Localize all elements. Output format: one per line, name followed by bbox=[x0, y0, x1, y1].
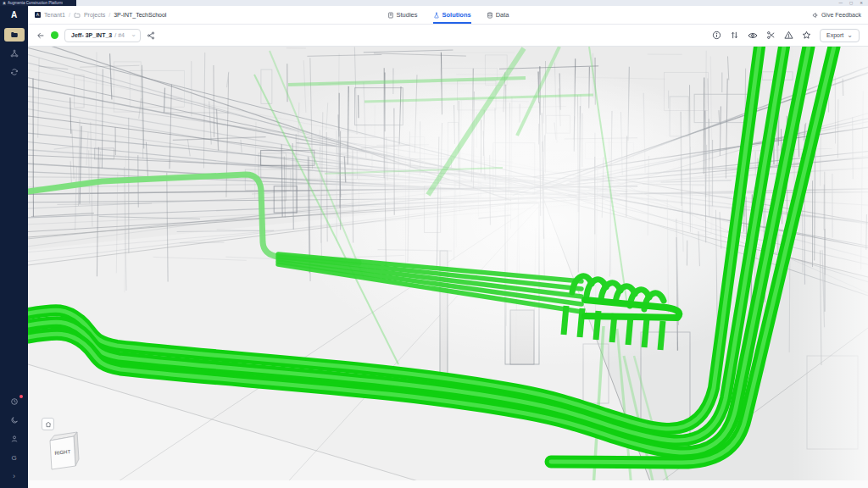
sidebar-item-sync[interactable] bbox=[4, 65, 25, 79]
study-toolbar: Jeff- 3P_INT_3 / #4 ⌄ bbox=[28, 25, 868, 47]
simulation-run-number: / #4 bbox=[114, 32, 125, 38]
compare-arrows-button[interactable] bbox=[730, 30, 739, 40]
app-window: A Augmenta Construction Platform — ▢ ✕ A bbox=[0, 0, 868, 488]
breadcrumb-separator: / bbox=[108, 12, 110, 18]
megaphone-icon bbox=[812, 12, 819, 19]
favorite-star-button[interactable] bbox=[802, 30, 811, 40]
view-cube[interactable]: RIGHT bbox=[47, 431, 87, 474]
notification-badge bbox=[19, 395, 23, 398]
home-view-button[interactable] bbox=[42, 418, 54, 430]
status-dot bbox=[51, 31, 58, 39]
folder-icon bbox=[74, 12, 81, 19]
tenant-chip-icon: A bbox=[35, 12, 41, 18]
folder-icon bbox=[10, 30, 19, 39]
give-feedback-label: Give Feedback bbox=[821, 12, 861, 18]
tab-studies-label: Studies bbox=[396, 11, 417, 19]
tab-title: Augmenta Construction Platform bbox=[8, 1, 63, 5]
viewport-3d[interactable]: RIGHT bbox=[28, 47, 868, 488]
sidebar-item-history[interactable] bbox=[4, 395, 25, 408]
maximize-button[interactable]: ▢ bbox=[849, 1, 853, 5]
breadcrumb-separator: / bbox=[69, 12, 70, 18]
browser-tab[interactable]: A Augmenta Construction Platform bbox=[0, 0, 76, 6]
sidebar-item-account[interactable] bbox=[4, 432, 25, 446]
sidebar: A bbox=[0, 6, 28, 488]
sidebar-item-network[interactable] bbox=[4, 47, 25, 60]
app-logo[interactable]: A bbox=[11, 10, 17, 19]
back-button[interactable] bbox=[36, 31, 45, 40]
minimize-button[interactable]: — bbox=[838, 1, 843, 5]
sidebar-bottom-group: G › bbox=[4, 392, 25, 485]
breadcrumb-projects[interactable]: Projects bbox=[84, 12, 105, 18]
tab-solutions[interactable]: Solutions bbox=[433, 6, 471, 24]
tab-solutions-label: Solutions bbox=[442, 11, 471, 19]
chevron-down-icon: ⌄ bbox=[847, 33, 853, 38]
network-icon bbox=[10, 49, 19, 58]
user-icon bbox=[10, 435, 19, 443]
data-icon bbox=[487, 12, 493, 19]
sidebar-item-projects[interactable] bbox=[4, 28, 25, 42]
simulation-name: Jeff- 3P_INT_3 bbox=[71, 32, 112, 38]
app-header: A Tenant1 / Projects / 3P-INT_TechSchool… bbox=[28, 6, 868, 25]
sidebar-item-language[interactable]: G bbox=[4, 451, 25, 464]
close-button[interactable]: ✕ bbox=[860, 1, 863, 5]
chevron-down-icon: ⌄ bbox=[131, 30, 136, 38]
history-clock-icon bbox=[10, 397, 19, 406]
sync-icon bbox=[10, 68, 19, 76]
section-cut-scissors-button[interactable] bbox=[766, 30, 776, 40]
share-button[interactable] bbox=[147, 31, 155, 40]
toolbar-right-group: Export ⌄ bbox=[712, 29, 860, 42]
solutions-icon bbox=[433, 12, 440, 19]
moon-icon bbox=[10, 416, 19, 424]
export-label: Export bbox=[826, 32, 843, 38]
info-button[interactable] bbox=[712, 30, 721, 40]
give-feedback-button[interactable]: Give Feedback bbox=[812, 12, 861, 19]
tab-studies[interactable]: Studies bbox=[387, 6, 417, 24]
browser-tabstrip: A Augmenta Construction Platform — ▢ ✕ bbox=[0, 0, 868, 6]
favicon: A bbox=[3, 2, 6, 5]
breadcrumb: A Tenant1 / Projects / 3P-INT_TechSchool bbox=[35, 12, 166, 19]
tab-data-label: Data bbox=[496, 11, 509, 19]
export-button[interactable]: Export ⌄ bbox=[820, 29, 860, 42]
home-icon bbox=[45, 421, 52, 428]
tab-data[interactable]: Data bbox=[487, 6, 509, 24]
scene-canvas bbox=[28, 47, 868, 488]
breadcrumb-tenant[interactable]: Tenant1 bbox=[44, 12, 65, 18]
window-controls: — ▢ ✕ bbox=[838, 0, 868, 6]
warning-button[interactable] bbox=[784, 30, 793, 40]
breadcrumb-project-name[interactable]: 3P-INT_TechSchool bbox=[114, 12, 166, 18]
sidebar-expand-button[interactable]: › bbox=[4, 469, 25, 483]
simulation-selector[interactable]: Jeff- 3P_INT_3 / #4 ⌄ bbox=[64, 29, 141, 42]
visibility-eye-button[interactable] bbox=[748, 30, 758, 41]
sidebar-item-theme[interactable] bbox=[4, 413, 25, 427]
main-tabs: Studies Solutions Data bbox=[387, 6, 509, 24]
studies-icon bbox=[387, 12, 393, 19]
